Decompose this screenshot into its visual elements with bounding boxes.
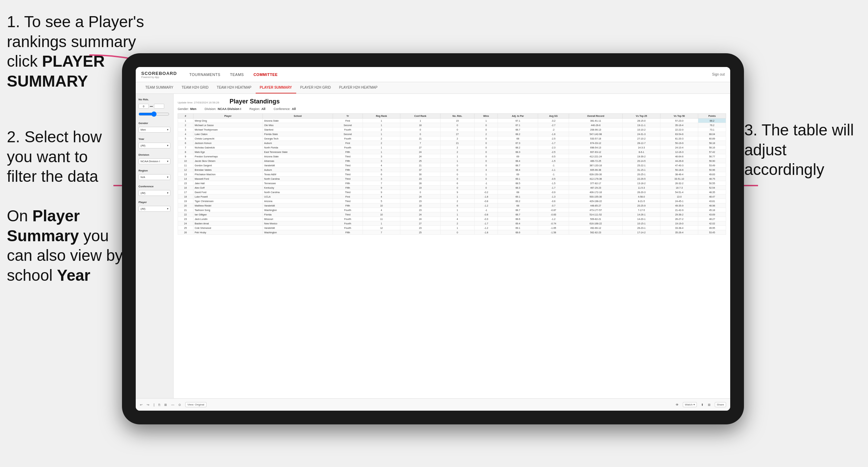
cell-num: 23 [178, 217, 193, 221]
subnav-team-h2h-grid[interactable]: TEAM H2H GRID [178, 82, 213, 93]
cell-rds: 2 [440, 199, 474, 203]
cell-top50: 46-64-6 [660, 154, 698, 159]
table-row: 13 Phichaksn Maichon Texas A&M Third 6 3… [178, 172, 726, 177]
sidebar-region: Region N/A ▾ [138, 169, 170, 180]
subnav-player-summary[interactable]: PLAYER SUMMARY [256, 82, 296, 93]
cell-top25: 13-18-2 [623, 181, 660, 186]
cell-avg: -2.7 [538, 123, 569, 127]
cell-top50: 61-20-3 [660, 136, 698, 141]
col-conf-rank: Conf Rank [400, 114, 441, 119]
table-row: 14 Maxwell Ford North Carolina Third 3 2… [178, 177, 726, 181]
cell-top25: 26-20-3 [623, 190, 660, 194]
cell-player: Jackson Koivun [193, 141, 263, 145]
cell-record: 533-57-16 [569, 136, 623, 141]
cell-yr: Fourth [333, 145, 363, 150]
toolbar-undo[interactable]: ↩ [140, 403, 143, 407]
cell-conf: 24 [400, 212, 441, 217]
cell-reg: 1 [363, 150, 400, 154]
cell-wins: -1 [475, 181, 498, 186]
cell-top50: 54-51-4 [660, 190, 698, 194]
toolbar-paste[interactable]: ⊞ [164, 403, 167, 407]
cell-conf: 27 [400, 145, 441, 150]
cell-top50: 21-42-9 [660, 208, 698, 212]
subnav-player-h2h-grid[interactable]: PLAYER H2H GRID [296, 82, 335, 93]
cell-yr: First [333, 119, 363, 123]
nav-sign-out[interactable]: Sign out [712, 73, 725, 76]
toolbar-separator1: | [154, 403, 154, 407]
col-no-rds: No. Rds. [440, 114, 474, 119]
cell-conf: 24 [400, 217, 441, 221]
conference-select[interactable]: (All) ▾ [138, 190, 170, 196]
cell-conf: 23 [400, 199, 441, 203]
nav-item-committee[interactable]: COMMITTEE [254, 73, 278, 77]
view-original-btn[interactable]: View: Original [185, 402, 206, 407]
cell-rds: 15 [440, 119, 474, 123]
cell-top50: 33-38-4 [660, 226, 698, 230]
cell-adj: 69.1 [498, 177, 538, 181]
rds-input-max[interactable] [154, 104, 164, 109]
subnav-player-h2h-heatmap[interactable]: PLAYER H2H HEATMAP [335, 82, 382, 93]
nav-item-tournaments[interactable]: TOURNAMENTS [189, 73, 220, 77]
subnav-team-h2h-heatmap[interactable]: TEAM H2H HEATMAP [213, 82, 256, 93]
cell-yr: Fifth [333, 168, 363, 172]
share-btn[interactable]: Share [715, 402, 726, 407]
cell-top50: 63-54-6 [660, 132, 698, 136]
cell-record: 440-26-6 [569, 123, 623, 127]
cell-wins: 0 [475, 163, 498, 168]
toolbar-copy[interactable]: ⎘ [158, 403, 160, 407]
gender-label: Gender [138, 122, 170, 125]
cell-top25: 24-31-3 [623, 132, 660, 136]
cell-conf: 18 [400, 203, 441, 208]
cell-record: 429-198-22 [569, 199, 623, 203]
no-rds-label: No Rds. [138, 98, 170, 101]
instruction-step-bottom: On Player Summary you can also view by s… [7, 206, 137, 285]
tablet-screen: SCOREBOARD Powered by dipp TOURNAMENTS T… [136, 67, 730, 411]
toolbar-clock[interactable]: ⊙ [178, 403, 181, 407]
cell-yr: Fifth [333, 230, 363, 235]
logo-sub: Powered by dipp [141, 76, 179, 78]
subnav-team-summary[interactable]: TEAM SUMMARY [141, 82, 178, 93]
division-select[interactable]: NCAA Division I ▾ [138, 158, 170, 164]
cell-wins: 0 [475, 177, 498, 181]
cell-yr: Fifth [333, 186, 363, 190]
sidebar-conference: Conference (All) ▾ [138, 185, 170, 196]
cell-reg: 5 [363, 168, 400, 172]
toolbar-grid[interactable]: ⊞ [708, 403, 711, 407]
cell-rds: 1 [440, 194, 474, 199]
cell-player: Preston Summerhays [193, 154, 263, 159]
year-select[interactable]: (All) ▾ [138, 143, 170, 148]
cell-top25: 25-22-1 [623, 163, 660, 168]
cell-adj: 67.3 [498, 141, 538, 145]
cell-rds: 6 [440, 181, 474, 186]
nav-item-teams[interactable]: TEAMS [230, 73, 244, 77]
table-header-row: # Player School Yr Reg Rank Conf Rank No… [178, 114, 726, 119]
gender-select[interactable]: Men ▾ [138, 127, 170, 133]
toolbar-export[interactable]: ⬆ [701, 403, 704, 407]
cell-points: 49.95 [698, 226, 726, 230]
cell-avg: -1.6 [538, 132, 569, 136]
region-select[interactable]: N/A ▾ [138, 174, 170, 180]
cell-rds: 2 [440, 145, 474, 150]
player-select[interactable]: (All) ▾ [138, 206, 170, 212]
cell-wins: -0.3 [475, 217, 498, 221]
cell-adj: 69 [498, 154, 538, 159]
cell-num: 11 [178, 163, 193, 168]
cell-avg: -1.56 [538, 230, 569, 235]
rds-input-min[interactable] [138, 104, 149, 109]
cell-player: Christo Lamprecht [193, 136, 263, 141]
cell-rds: 1 [440, 226, 474, 230]
cell-rds: 0 [440, 230, 474, 235]
cell-record: 406-172-16 [569, 190, 623, 194]
cell-rds: 0 [440, 127, 474, 132]
table-row: 10 Jacob Skov Olesen Arkansas Fifth 3 25… [178, 159, 726, 163]
cell-top50: 13-0 [660, 194, 698, 199]
rds-slider[interactable] [138, 111, 169, 117]
cell-avg: -2 [538, 127, 569, 132]
col-player: Player [193, 114, 263, 119]
watch-btn[interactable]: Watch ▾ [683, 402, 697, 407]
table-row: 6 Jackson Koivun Auburn First 2 7 21 0 6… [178, 141, 726, 145]
cell-top25: 19-11-1 [623, 123, 660, 127]
cell-reg: 10 [363, 203, 400, 208]
table-row: 26 Petr Hruby Washington Fifth 7 25 0 -1… [178, 230, 726, 235]
toolbar-redo[interactable]: ↪ [147, 403, 149, 407]
